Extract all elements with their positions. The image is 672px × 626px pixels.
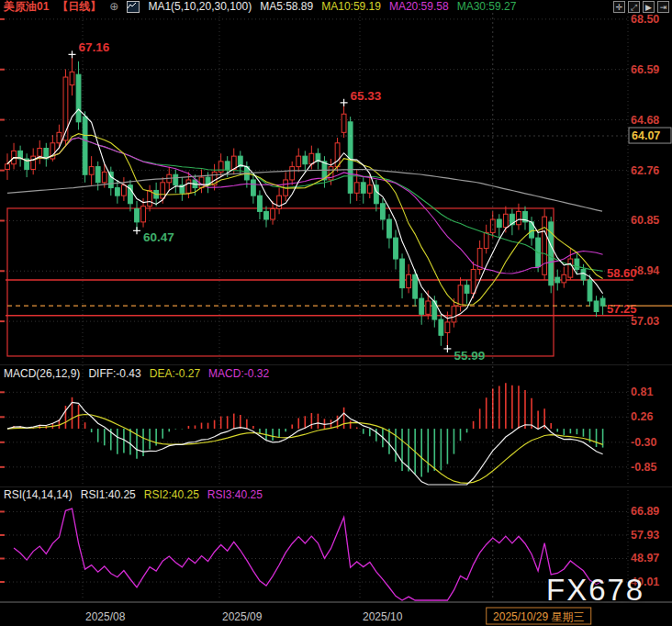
candle-body — [575, 259, 579, 269]
candlestick-chart[interactable]: 68.5066.5964.6862.7660.8558.9457.030.810… — [0, 0, 672, 626]
candle-body — [471, 270, 476, 294]
rsi3-value: RSI3:40.25 — [207, 488, 263, 501]
chart-background — [0, 0, 672, 626]
candle-body — [465, 285, 469, 294]
candle-body — [297, 156, 301, 166]
extreme-price-label: 60.47 — [143, 230, 174, 244]
candle-body — [31, 156, 36, 169]
candle-body — [70, 72, 74, 84]
macd-axis-label: -0.85 — [631, 461, 657, 474]
candle-body — [264, 211, 269, 219]
candle-body — [452, 307, 456, 322]
extreme-price-label: 67.16 — [79, 40, 110, 54]
ma30-value: MA30:59.27 — [457, 0, 517, 13]
candle-body — [309, 153, 314, 163]
candle-body — [141, 207, 146, 222]
pan-icon[interactable]: ✛ — [613, 1, 625, 13]
candle-body — [484, 232, 488, 248]
ma-config-label: MA1(5,10,20,30,100) — [148, 0, 252, 13]
candle-body — [420, 298, 424, 314]
macd-axis-label: 0.81 — [631, 386, 653, 398]
price-axis-label: 66.59 — [631, 63, 659, 76]
rsi-config-label: RSI(14,14,14) — [4, 488, 73, 501]
candle-body — [413, 274, 418, 298]
candle-body — [303, 156, 308, 164]
chart-toolbar: ✛ ⤢ ▶ ⇥ — [613, 1, 669, 13]
candle-body — [562, 274, 566, 283]
candle-body — [439, 319, 443, 335]
candle-body — [252, 180, 256, 196]
candle-body — [581, 270, 586, 280]
candle-body — [102, 172, 106, 182]
candle-body — [497, 219, 501, 228]
price-axis-label: 64.68 — [631, 114, 659, 127]
candle-body — [57, 132, 62, 142]
candle-body — [258, 196, 263, 211]
extreme-price-label: 65.33 — [351, 89, 382, 103]
candle-body — [342, 114, 346, 132]
ma10-value: MA10:59.19 — [321, 0, 381, 13]
candle-body — [361, 183, 365, 193]
chart-type-icon[interactable] — [127, 1, 140, 13]
candle-body — [290, 167, 295, 180]
candle-body — [135, 209, 140, 222]
candle-body — [174, 174, 178, 184]
ma20-value: MA20:59.58 — [389, 0, 449, 13]
candle-body — [400, 259, 405, 288]
fx678-watermark: FX678 — [546, 573, 644, 608]
candle-body — [83, 117, 87, 174]
crude-oil-chart-app: 68.5066.5964.6862.7660.8558.9457.030.810… — [0, 0, 672, 626]
ma5-value: MA5:58.89 — [260, 0, 313, 13]
macd-config-label: MACD(26,12,9) — [4, 367, 80, 380]
line-price-label: 58.60 — [607, 266, 637, 280]
candle-body — [503, 214, 508, 227]
extreme-price-label: 55.99 — [454, 349, 485, 363]
price-axis-label: 57.03 — [631, 315, 659, 328]
candle-body — [6, 164, 10, 170]
candle-body — [95, 167, 100, 183]
candle-body — [387, 219, 392, 238]
candle-body — [568, 259, 573, 277]
instrument-title: 美原油01 — [4, 0, 49, 13]
month-label: 2025/10 — [363, 610, 403, 623]
candle-body — [458, 285, 463, 307]
month-label: 2025/08 — [85, 610, 126, 623]
play-forward-icon[interactable]: ▶ — [643, 1, 655, 13]
rsi1-value: RSI1:40.25 — [81, 488, 136, 501]
month-label: 2025/09 — [222, 610, 263, 623]
candle-body — [543, 217, 547, 274]
zoom-range-icon[interactable]: ⤢ — [628, 1, 640, 13]
candle-body — [367, 185, 372, 194]
candle-body — [76, 74, 81, 122]
macd-value: MACD:-0.32 — [208, 367, 269, 380]
line-price-label: 57.25 — [607, 302, 637, 316]
candle-body — [517, 211, 521, 224]
candle-body — [161, 183, 165, 198]
candle-body — [588, 280, 592, 301]
rsi-axis-label: 57.93 — [631, 529, 659, 542]
macd-diff-value: DIFF:-0.43 — [88, 367, 140, 380]
rsi2-value: RSI2:40.25 — [144, 488, 199, 501]
macd-header: MACD(26,12,9) DIFF:-0.43 DEA:-0.27 MACD:… — [4, 367, 269, 380]
candle-body — [354, 183, 359, 193]
price-axis-label: 62.76 — [631, 164, 659, 177]
candle-body — [225, 162, 230, 170]
period-label[interactable]: 【日线】 — [57, 0, 101, 13]
candle-body — [148, 190, 152, 206]
candle-body — [271, 209, 275, 219]
candle-body — [490, 219, 495, 232]
rsi-axis-label: 66.89 — [631, 505, 659, 518]
rsi-axis-label: 48.97 — [631, 552, 659, 565]
candle-body — [394, 238, 398, 259]
candle-body — [277, 196, 282, 208]
jump-latest-icon[interactable]: ⇥ — [657, 1, 669, 13]
candle-body — [122, 185, 127, 196]
circle-plus-icon[interactable]: ⊕ — [109, 0, 118, 13]
candle-body — [38, 149, 42, 157]
crosshair-price-label: 64.07 — [632, 129, 660, 142]
candle-body — [335, 143, 340, 167]
price-axis-label: 68.50 — [631, 13, 659, 26]
macd-axis-label: -0.30 — [631, 436, 657, 449]
candle-body — [89, 167, 94, 175]
candle-body — [186, 180, 191, 193]
